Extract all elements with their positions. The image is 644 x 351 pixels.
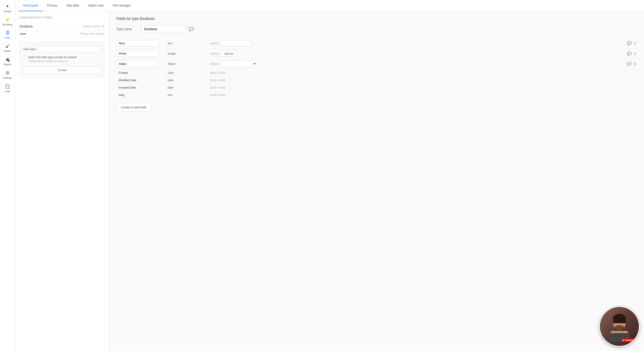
field-default-nom: default <box>210 40 625 46</box>
main-content: Data types Privacy App data Option sets … <box>15 0 644 351</box>
field-default-nom-input[interactable] <box>221 40 252 46</box>
field-type-creator: User <box>166 71 210 74</box>
field-name-slug: Slug <box>116 93 166 96</box>
type-name-input[interactable] <box>141 25 186 33</box>
tab-data-types[interactable]: Data types <box>19 0 43 11</box>
field-type-modified-date: date <box>166 78 210 82</box>
design-icon: ✦ <box>6 4 10 9</box>
delete-field-icon[interactable]: 🗑 <box>633 41 637 46</box>
comment-icon[interactable]: 💬 <box>627 52 632 56</box>
etudiants-visibility: Publicly visible 🗑 <box>83 25 104 28</box>
field-name-nom <box>116 40 166 46</box>
sidebar-item-settings[interactable]: ⚙ Settings <box>1 68 14 81</box>
table-row: Statut default 💬 🗑 <box>116 59 637 69</box>
field-builtin-created: Built-in field <box>210 86 637 89</box>
video-thumbnail: ▶ S'abonner <box>599 306 640 346</box>
table-row: Modified Date date Built-in field <box>116 76 637 84</box>
field-nom-input[interactable] <box>116 40 159 46</box>
fields-table: text default 💬 🗑 <box>116 38 637 98</box>
field-builtin-creator: Built-in field <box>210 71 637 74</box>
field-actions-nom: 💬 🗑 <box>625 41 637 46</box>
private-label: Make this data type private by default <box>28 56 76 59</box>
sidebar-item-styles[interactable]: 🖌 Styles <box>1 42 14 54</box>
table-row: Slug text Built-in field <box>116 91 637 98</box>
new-type-label: New type <box>24 48 36 51</box>
private-checkbox[interactable] <box>24 56 26 59</box>
plugins-icon: 🔌 <box>5 57 10 62</box>
user-visibility: Privacy rules applied <box>80 32 104 35</box>
content-area: Custom data types Etudiants Publicly vis… <box>15 12 644 351</box>
tabs-bar: Data types Privacy App data Option sets … <box>15 0 644 12</box>
sidebar: ✦ Design ⚡ Workflow 🗄 Data 🖌 Styles 🔌 Pl… <box>0 0 15 351</box>
new-type-row: New type <box>24 46 100 52</box>
table-row: text default 💬 🗑 <box>116 38 637 48</box>
sidebar-item-workflow[interactable]: ⚡ Workflow <box>1 15 14 28</box>
sidebar-item-label: Styles <box>4 50 11 52</box>
delete-field-icon[interactable]: 🗑 <box>633 52 637 56</box>
field-type-nom: text <box>166 42 210 45</box>
field-type-photo: image <box>166 52 210 55</box>
statut-select[interactable] <box>221 60 256 67</box>
field-default-photo: default Upload <box>210 50 625 56</box>
styles-icon: 🖌 <box>5 44 10 49</box>
left-panel-title: Custom data types <box>20 16 104 19</box>
private-row-header: Make this data type private by default <box>24 56 100 59</box>
field-builtin-modified: Built-in field <box>210 78 637 82</box>
field-name-modified-date: Modified Date <box>116 78 166 82</box>
data-icon: 🗄 <box>5 30 10 36</box>
sidebar-item-label: Plugins <box>3 63 12 66</box>
tab-file-manager[interactable]: File manager <box>108 0 136 11</box>
table-row: Creator User Built-in field <box>116 69 637 76</box>
svg-rect-4 <box>613 316 626 323</box>
sidebar-item-label: Design <box>4 10 11 12</box>
field-statut-input[interactable] <box>116 60 159 67</box>
field-actions-statut: 💬 🗑 <box>625 62 637 66</box>
comment-icon[interactable]: 💬 <box>627 62 632 66</box>
field-builtin-slug: Built-in field <box>210 93 637 96</box>
type-name-comment-icon[interactable]: 💬 <box>189 26 194 32</box>
delete-field-icon[interactable]: 🗑 <box>633 62 637 66</box>
sidebar-item-label: Workflow <box>2 23 12 26</box>
svg-point-5 <box>614 325 624 330</box>
table-row: Created Date date Built-in field <box>116 84 637 91</box>
tab-option-sets[interactable]: Option sets <box>84 0 108 11</box>
field-type-created-date: date <box>166 86 210 89</box>
create-new-field-button[interactable]: Create a new field <box>116 103 151 112</box>
data-type-user[interactable]: User Privacy rules applied <box>20 30 104 38</box>
logs-icon: 📋 <box>5 84 10 89</box>
field-default-statut: default <box>210 60 625 67</box>
field-name-created-date: Created Date <box>116 86 166 89</box>
tab-privacy[interactable]: Privacy <box>43 0 62 11</box>
etudiants-name: Etudiants <box>20 24 33 28</box>
right-panel: Fields for type Etudiants Type name 💬 te… <box>109 12 644 351</box>
field-photo-input[interactable] <box>116 50 159 57</box>
youtube-badge: ▶ S'abonner <box>622 338 637 342</box>
sidebar-item-data[interactable]: 🗄 Data <box>1 28 14 41</box>
type-name-row: Type name 💬 <box>116 25 637 33</box>
user-name: User <box>20 32 26 36</box>
upload-button[interactable]: Upload <box>221 50 236 56</box>
sidebar-item-plugins[interactable]: 🔌 Plugins <box>1 55 14 68</box>
field-actions-photo: 💬 🗑 <box>625 52 637 56</box>
field-name-creator: Creator <box>116 71 166 74</box>
field-type-slug: text <box>166 93 210 96</box>
new-type-box: New type Make this data type private by … <box>20 42 104 78</box>
person-svg <box>604 311 635 342</box>
private-row: Make this data type private by default T… <box>24 56 100 63</box>
delete-icon[interactable]: 🗑 <box>102 25 104 28</box>
sidebar-item-design[interactable]: ✦ Design <box>1 2 14 14</box>
data-type-etudiants[interactable]: Etudiants Publicly visible 🗑 <box>20 23 104 30</box>
sidebar-item-logs[interactable]: 📋 Logs <box>1 82 14 94</box>
sidebar-item-label: Settings <box>3 76 12 79</box>
tab-app-data[interactable]: App data <box>62 0 84 11</box>
create-type-button[interactable]: Create <box>24 66 100 74</box>
left-panel: Custom data types Etudiants Publicly vis… <box>15 12 109 351</box>
right-panel-title: Fields for type Etudiants <box>116 17 637 21</box>
type-name-label: Type name <box>116 27 139 31</box>
sidebar-item-label: Logs <box>5 90 10 92</box>
new-type-input[interactable] <box>38 46 100 52</box>
field-type-statut: Statut <box>166 62 210 66</box>
private-sublabel: Things will be visible to everyone <box>28 60 100 63</box>
workflow-icon: ⚡ <box>5 17 10 22</box>
comment-icon[interactable]: 💬 <box>627 41 632 46</box>
